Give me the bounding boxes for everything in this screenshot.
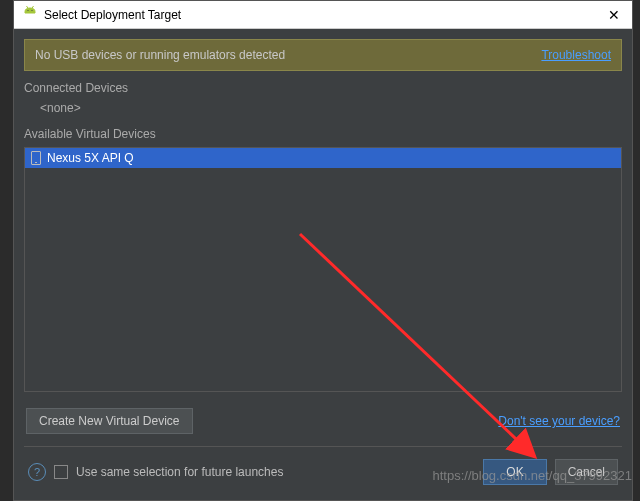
footer-left: ? Use same selection for future launches — [28, 463, 283, 481]
warning-message: No USB devices or running emulators dete… — [35, 48, 285, 62]
available-devices-list: Nexus 5X API Q — [24, 147, 622, 392]
ok-button[interactable]: OK — [483, 459, 546, 485]
list-item[interactable]: Nexus 5X API Q — [25, 148, 621, 168]
footer-right: OK Cancel — [483, 459, 618, 485]
connected-devices-label: Connected Devices — [24, 81, 622, 95]
deployment-target-dialog: Select Deployment Target ✕ No USB device… — [13, 0, 633, 501]
remember-selection-label: Use same selection for future launches — [76, 465, 283, 479]
remember-selection-checkbox[interactable] — [54, 465, 68, 479]
bottom-row: Create New Virtual Device Don't see your… — [24, 408, 622, 434]
svg-point-1 — [31, 10, 32, 11]
dialog-content: No USB devices or running emulators dete… — [14, 29, 632, 500]
dialog-footer: ? Use same selection for future launches… — [24, 446, 622, 497]
close-button[interactable]: ✕ — [604, 7, 624, 23]
troubleshoot-link[interactable]: Troubleshoot — [541, 48, 611, 62]
svg-point-0 — [27, 10, 28, 11]
available-devices-label: Available Virtual Devices — [24, 127, 622, 141]
titlebar: Select Deployment Target ✕ — [14, 1, 632, 29]
android-icon — [22, 6, 38, 23]
device-name: Nexus 5X API Q — [47, 151, 134, 165]
create-virtual-device-button[interactable]: Create New Virtual Device — [26, 408, 193, 434]
dont-see-device-link[interactable]: Don't see your device? — [498, 414, 620, 428]
help-icon[interactable]: ? — [28, 463, 46, 481]
phone-icon — [31, 151, 41, 165]
connected-devices-none: <none> — [24, 99, 622, 117]
warning-bar: No USB devices or running emulators dete… — [24, 39, 622, 71]
dialog-title: Select Deployment Target — [44, 8, 604, 22]
cancel-button[interactable]: Cancel — [555, 459, 618, 485]
